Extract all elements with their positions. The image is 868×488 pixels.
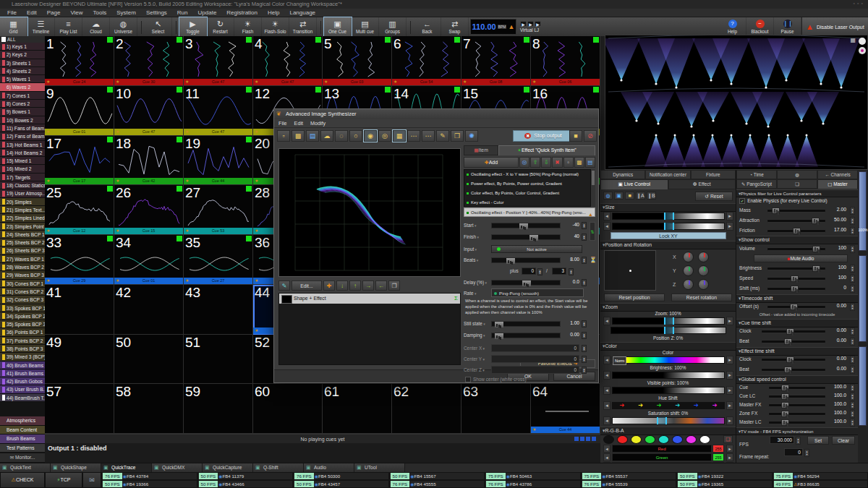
- plus-spinner[interactable]: [537, 268, 542, 275]
- enable-physics-checkbox[interactable]: Enable Physics (for every Live Control): [739, 198, 827, 203]
- toolbar-button[interactable]: ☁ Cloud: [82, 17, 110, 36]
- preview-grid-icon[interactable]: ▦: [850, 37, 856, 43]
- menu-item[interactable]: Edit: [22, 9, 41, 16]
- move-up-icon[interactable]: ↑: [349, 281, 361, 291]
- color-swatch[interactable]: [631, 435, 642, 444]
- toolbar-button[interactable]: ↖ Select: [145, 17, 172, 36]
- sidebar-page-item[interactable]: 31) Cones BCP 2: [0, 288, 45, 296]
- center-z-spinner[interactable]: [582, 367, 587, 374]
- search-icon[interactable]: ◎: [519, 157, 529, 168]
- preview-record-button[interactable]: [859, 47, 866, 54]
- bpm-display[interactable]: 110.00 BPM ▲: [470, 19, 516, 35]
- panel-tab[interactable]: ▢ Master: [817, 179, 858, 189]
- master-slider-row[interactable]: Friction 17.00: [739, 226, 855, 236]
- sidebar-page-item[interactable]: 14) Hot Beams 2: [0, 149, 45, 157]
- move-down-icon[interactable]: ↓: [336, 281, 348, 291]
- delay-spinner[interactable]: [582, 279, 587, 286]
- sidebar-page-item[interactable]: 38) Points BCP 3: [0, 345, 45, 353]
- menu-item[interactable]: Update: [194, 9, 221, 16]
- panel-tab[interactable]: Notification center: [645, 170, 690, 179]
- toolbar-button[interactable]: ≡ Play List: [55, 17, 82, 36]
- master-slider-row[interactable]: Master LC 100.0: [739, 418, 855, 427]
- position-pad[interactable]: [604, 250, 656, 291]
- selected-effect-item[interactable]: Oscillating effect - Position Y [-40%...…: [464, 207, 595, 217]
- center-y-spinner[interactable]: [582, 356, 587, 363]
- color-swatch[interactable]: [699, 435, 710, 444]
- bottom-tab[interactable]: QuickCapture: [203, 463, 253, 472]
- sidebar-page-item[interactable]: 27) Waves BCP 1: [0, 255, 45, 263]
- delete-icon[interactable]: ✖: [552, 157, 562, 168]
- cue-cell[interactable]: 35 Cue 27: [184, 235, 253, 285]
- cue-cell[interactable]: 3 Cue 47: [184, 36, 253, 86]
- menu-item[interactable]: Run: [173, 9, 192, 16]
- sidebar-page-item[interactable]: 7) Cones 1: [0, 92, 45, 100]
- sidebar-page-item[interactable]: 26) Sheets BCP 3: [0, 247, 45, 254]
- new-list-icon[interactable]: ▫: [563, 157, 574, 168]
- physics-header[interactable]: Physics filter for Live Control paramete…: [736, 189, 858, 197]
- tab-effect[interactable]: ❆ Effect: [668, 179, 736, 189]
- master-slider-row[interactable]: Speed 100: [739, 274, 855, 283]
- move-left-icon[interactable]: ←: [375, 281, 387, 291]
- sidebar-page-item[interactable]: 18) Classic Statics: [0, 181, 45, 189]
- menu-item[interactable]: Registration: [222, 9, 262, 16]
- timer-icon[interactable]: ◎: [378, 130, 391, 142]
- save-list-icon[interactable]: ▤: [585, 157, 595, 168]
- menu-item[interactable]: File: [3, 9, 21, 16]
- position-rotation-header[interactable]: Position and Rotation: [600, 241, 736, 249]
- panel-tab[interactable]: ← Channels: [817, 170, 858, 179]
- menu-item[interactable]: Settings: [142, 9, 171, 16]
- start-spinner[interactable]: [582, 222, 587, 229]
- bank-a-icon[interactable]: ❙A: [636, 192, 645, 200]
- show-center-checkbox[interactable]: Show center (white cross): [465, 377, 527, 382]
- sidebar-page-item[interactable]: 33) Spokes BCP 1: [0, 304, 45, 312]
- cue-cell[interactable]: 57: [45, 384, 114, 434]
- damping-spinner[interactable]: [582, 332, 587, 339]
- virtual-lj-play-icons[interactable]: ▶▶▶: [520, 21, 541, 27]
- toolbar-button[interactable]: [317, 17, 324, 36]
- tv-mode-header[interactable]: TV mode - FB4 FPS synchronization: [736, 427, 858, 435]
- open-list-icon[interactable]: ▩: [574, 157, 584, 168]
- cue-cell[interactable]: 42: [114, 285, 184, 335]
- color-slider[interactable]: ◄ Norm ►: [603, 356, 733, 364]
- dots-line-icon[interactable]: ⋯: [422, 130, 435, 142]
- toolbar-button[interactable]: ☀ Flash: [234, 17, 262, 36]
- master-slider-row[interactable]: Attraction 50.00: [739, 216, 855, 226]
- sidebar-page-item[interactable]: 30) Cones BCP 1: [0, 280, 45, 288]
- delay-slider[interactable]: [491, 280, 561, 286]
- bottom-tab[interactable]: Audio: [304, 463, 354, 472]
- sidebar-page-item[interactable]: 37) Points BCP 2: [0, 337, 45, 345]
- sidebar-page-item[interactable]: 32) Cones BCP 3: [0, 296, 45, 304]
- toolbar-button[interactable]: ⇄ Transition: [289, 17, 317, 36]
- sidebar-page-item[interactable]: 19) User Atmosp...: [0, 189, 45, 197]
- down-icon[interactable]: ⇩: [541, 157, 551, 168]
- sidebar-page-item[interactable]: 41) Brush Beams 2: [0, 369, 45, 377]
- div-spinner[interactable]: [569, 268, 574, 275]
- menu-item[interactable]: Page: [43, 9, 65, 16]
- new-icon[interactable]: ▫: [277, 130, 290, 142]
- sidebar-page-item[interactable]: 3) Sheets 1: [0, 59, 45, 67]
- sidebar-page-item[interactable]: 16) Mixed 2: [0, 165, 45, 173]
- visible-points-slider[interactable]: ◄►: [603, 386, 733, 395]
- sidebar-page-item[interactable]: 24) Sheets BCP 1: [0, 231, 45, 239]
- reset-position-button[interactable]: Reset position: [604, 294, 665, 301]
- cue-cell[interactable]: 10 Cue 47: [114, 86, 184, 136]
- sidebar-page-item[interactable]: 9) Bowes 1: [0, 108, 45, 116]
- shape-list-item[interactable]: Shape + Effect: [279, 294, 460, 304]
- cue-cell[interactable]: 59: [184, 384, 253, 434]
- cue-cell[interactable]: 26 Cue 15: [114, 185, 184, 235]
- copy-icon[interactable]: ❐: [451, 130, 464, 142]
- menu-item[interactable]: Help: [263, 9, 284, 16]
- finish-slider[interactable]: [491, 234, 561, 240]
- rgb-slider-row[interactable]: ◄ Green 255 ►: [603, 453, 733, 461]
- clear-button[interactable]: Clear: [832, 436, 855, 445]
- cue-cell[interactable]: 62: [392, 384, 461, 434]
- menu-item[interactable]: View: [66, 9, 87, 16]
- rotation-knob[interactable]: [698, 265, 709, 276]
- cue-cell[interactable]: 64 Cue 44: [531, 384, 600, 434]
- cue-cell[interactable]: 41: [45, 285, 114, 335]
- bottom-tab[interactable]: QuickShape: [51, 463, 101, 472]
- cue-cell[interactable]: 58: [114, 384, 184, 434]
- toolbar-button[interactable]: ⇄ Swap: [441, 17, 469, 36]
- rotation-knob[interactable]: [698, 279, 709, 290]
- cue-cell[interactable]: 51: [184, 335, 253, 385]
